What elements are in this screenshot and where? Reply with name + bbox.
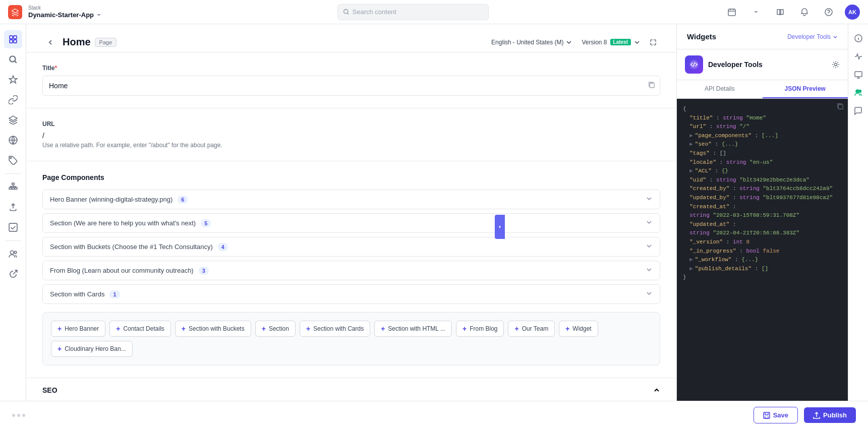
svg-point-7	[10, 56, 15, 62]
search-box[interactable]: Search content	[337, 4, 489, 20]
footer-bar: Save Publish	[0, 401, 868, 429]
info-icon[interactable]	[850, 30, 866, 46]
add-contact-details-btn[interactable]: + Contact Details	[109, 321, 171, 337]
monitor-icon[interactable]	[850, 67, 866, 83]
copy-json-icon[interactable]	[837, 103, 844, 113]
component-item-3[interactable]: From Blog (Learn about our community out…	[42, 261, 660, 280]
svg-rect-14	[9, 223, 17, 231]
app-logo[interactable]	[8, 5, 22, 19]
nav-globe-icon[interactable]	[4, 131, 22, 149]
app-info: Stack Dynamic-Starter-App	[28, 5, 102, 19]
developer-tools-link[interactable]: Developer Tools	[787, 33, 838, 40]
svg-rect-20	[839, 105, 843, 109]
seo-title: SEO	[42, 386, 57, 394]
component-count-2: 4	[218, 243, 228, 251]
search-placeholder: Search content	[353, 8, 396, 16]
component-item-4[interactable]: Section with Cards 1	[42, 284, 660, 304]
dropdown-icon-btn[interactable]	[748, 4, 764, 20]
add-section-btn[interactable]: + Section	[255, 321, 296, 337]
add-section-with-cards-btn[interactable]: + Section with Cards	[300, 321, 370, 337]
svg-rect-1	[728, 9, 735, 16]
svg-point-0	[343, 10, 348, 14]
svg-point-15	[10, 251, 14, 254]
add-section-with-html-btn[interactable]: + Section with HTML ...	[374, 321, 452, 337]
json-line-publish[interactable]: ▶"publish_details" : []	[683, 265, 842, 274]
add-widget-btn[interactable]: + Widget	[559, 321, 598, 337]
svg-rect-6	[14, 40, 17, 43]
calendar-icon-btn[interactable]	[724, 4, 740, 20]
json-line-seo[interactable]: ▶"seo" : {...}	[683, 140, 842, 149]
nav-upload-icon[interactable]	[4, 198, 22, 216]
footer-dots	[12, 414, 25, 417]
nav-users-icon[interactable]	[4, 245, 22, 263]
json-line-created-at-label: "created_at" :	[683, 203, 842, 212]
content-header: Home Page English - United States (M) Ve…	[26, 24, 676, 52]
svg-rect-12	[12, 188, 14, 189]
seo-section[interactable]: SEO	[26, 378, 676, 402]
chevron-icon-0	[646, 195, 653, 204]
svg-rect-22	[855, 72, 862, 77]
add-cloudinary-btn[interactable]: + Cloudinary Hero Ban...	[51, 341, 133, 357]
component-count-3: 3	[199, 267, 209, 275]
seo-chevron-icon	[653, 387, 660, 394]
component-name-1: Section (We are here to help you with wh…	[50, 219, 211, 227]
title-input[interactable]	[42, 76, 660, 96]
nav-content-icon[interactable]	[4, 30, 22, 48]
add-hero-banner-btn[interactable]: + Hero Banner	[51, 321, 105, 337]
back-button[interactable]	[42, 34, 59, 50]
json-line-created-at-value: string "2022-03-15T08:59:31.708Z"	[683, 211, 842, 220]
title-area: Home Page	[42, 34, 117, 50]
component-item-2[interactable]: Section with Buckets (Choose the #1 Tech…	[42, 237, 660, 257]
save-icon	[763, 412, 770, 419]
users-panel-icon[interactable]	[850, 85, 866, 101]
chat-icon[interactable]	[850, 103, 866, 119]
nav-settings-icon[interactable]	[4, 265, 22, 283]
language-selector[interactable]: English - United States (M)	[487, 37, 575, 48]
header-right: AK	[724, 4, 860, 20]
component-item-1[interactable]: Section (We are here to help you with wh…	[42, 213, 660, 233]
expand-icon[interactable]	[646, 35, 660, 49]
activity-icon[interactable]	[850, 48, 866, 65]
tab-json-preview[interactable]: JSON Preview	[763, 80, 848, 98]
json-line-acl[interactable]: ▶"ACL" : {}	[683, 167, 842, 176]
user-avatar[interactable]: AK	[845, 5, 860, 20]
add-our-team-btn[interactable]: + Our Team	[508, 321, 555, 337]
gear-icon[interactable]	[832, 60, 840, 69]
nav-star-icon[interactable]	[4, 71, 22, 89]
bell-icon-btn[interactable]	[796, 4, 813, 20]
center-area: Home Page English - United States (M) Ve…	[26, 24, 676, 429]
app-name[interactable]: Dynamic-Starter-App	[28, 11, 102, 19]
json-line-workflow[interactable]: ▶"_workflow" : {...}	[683, 256, 842, 265]
svg-point-16	[14, 251, 17, 254]
main-layout: Home Page English - United States (M) Ve…	[0, 24, 868, 429]
help-icon-btn[interactable]	[821, 4, 837, 20]
content-title: Home Page	[63, 36, 117, 48]
add-from-blog-btn[interactable]: + From Blog	[456, 321, 504, 337]
publish-button[interactable]: Publish	[804, 407, 856, 423]
svg-rect-13	[15, 188, 17, 189]
chevron-icon-1	[646, 219, 653, 227]
nav-layers-icon[interactable]	[4, 111, 22, 129]
copy-icon[interactable]	[648, 82, 655, 90]
json-line-in-progress: "_in_progress" : bool false	[683, 247, 842, 256]
panel-toggle[interactable]	[495, 215, 505, 239]
nav-link-icon[interactable]	[4, 91, 22, 109]
json-line-updated-at-value: string "2022-04-21T20:56:08.383Z"	[683, 229, 842, 238]
component-item-0[interactable]: Hero Banner (winning-digital-strategy.pn…	[42, 190, 660, 209]
tab-api-details[interactable]: API Details	[677, 80, 763, 98]
nav-check-icon[interactable]	[4, 218, 22, 236]
code-icon	[689, 59, 699, 70]
chevron-icon-3	[646, 266, 653, 275]
svg-rect-5	[10, 40, 13, 43]
url-section: URL / Use a relative path. For example, …	[26, 108, 676, 161]
nav-search-icon[interactable]	[4, 50, 22, 69]
json-line-components[interactable]: ▶"page_components" : [...]	[683, 132, 842, 141]
page-title: Home	[63, 36, 91, 48]
book-icon-btn[interactable]	[772, 4, 788, 20]
nav-network-icon[interactable]	[4, 178, 22, 196]
add-section-with-buckets-btn[interactable]: + Section with Buckets	[175, 321, 251, 337]
save-button[interactable]: Save	[754, 407, 798, 423]
component-count-4: 1	[109, 290, 120, 298]
nav-tag-icon[interactable]	[4, 151, 22, 169]
right-side-icons	[848, 24, 868, 429]
